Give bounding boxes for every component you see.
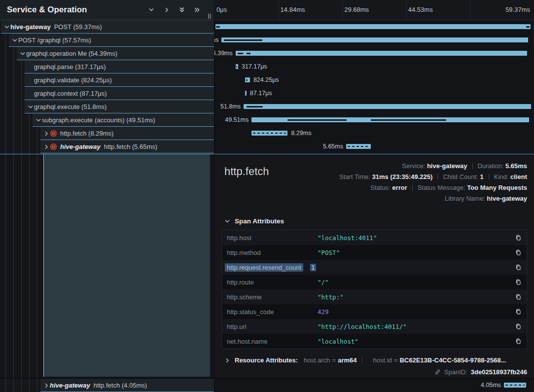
copy-button[interactable] <box>515 234 522 241</box>
self-time-mark <box>371 119 446 121</box>
duration-label: 4.05ms <box>481 382 501 389</box>
attribute-key: http.route <box>227 279 318 286</box>
chevron-right-icon[interactable] <box>164 7 170 13</box>
attribute-row: http.route"/" <box>222 275 527 289</box>
resource-attributes-label: Resource Attributes: <box>235 356 298 364</box>
copy-button[interactable] <box>515 338 522 345</box>
span-name: graphql.context (87.17μs) <box>34 90 107 97</box>
resource-attribute: host.arch=arm64 <box>304 356 356 364</box>
resource-attribute: host.id=BC62E13B-C4CC-5854-9788-2568... <box>373 356 506 364</box>
span-name: http.fetch (5.65ms) <box>104 143 157 150</box>
indent-guide <box>13 154 14 378</box>
link-icon[interactable] <box>434 369 441 375</box>
span-duration-bar[interactable] <box>215 24 531 29</box>
attribute-value: 1 <box>310 264 515 271</box>
tree-span-row[interactable]: POST /graphql (57.57ms) <box>0 34 214 47</box>
span-name: subgraph.execute (accounts) (49.51ms) <box>42 116 155 124</box>
chevron-right-icon[interactable] <box>42 383 50 389</box>
self-time-mark <box>246 79 248 81</box>
span-attributes-header[interactable]: Span Attributes <box>223 217 527 225</box>
self-time-mark <box>287 119 347 121</box>
timeline-span-row[interactable] <box>214 20 534 34</box>
tree-span-row[interactable]: hive-gatewayPOST (59.37ms) <box>0 20 214 34</box>
tree-span-row[interactable]: graphql.execute (51.8ms) <box>0 100 214 113</box>
attribute-key: http.scheme <box>227 293 318 301</box>
chevron-down-icon[interactable] <box>35 117 42 123</box>
timeline-span-row[interactable]: 8.29ms <box>214 127 534 140</box>
copy-button[interactable] <box>515 249 522 256</box>
panel-header: Service & Operation || <box>0 0 214 20</box>
span-meta-line: Status: errorStatus Message: Too Many Re… <box>339 182 527 193</box>
resource-key: host.arch <box>304 356 330 364</box>
timeline-span-row[interactable]: 824.25μs <box>214 73 534 87</box>
span-title: http.fetch <box>224 165 269 178</box>
tree-span-row[interactable]: graphql.parse (317.17μs) <box>0 60 214 73</box>
tree-span-row[interactable]: subgraph.execute (accounts) (49.51ms) <box>0 113 214 127</box>
timeline-span-row[interactable]: 317.17μs <box>214 60 534 73</box>
meta-value: hive-gateway <box>487 195 527 202</box>
timeline-header: 0μs14.84ms29.68ms44.53ms59.37ms <box>214 0 534 20</box>
copy-button[interactable] <box>515 264 522 271</box>
attribute-key: http.host <box>227 234 318 242</box>
timeline-span-row[interactable]: 54.39ms <box>214 47 534 60</box>
tree-span-row[interactable]: graphql.validate (824.25μs) <box>0 73 214 87</box>
copy-button[interactable] <box>515 323 522 330</box>
span-meta-line: Service: hive-gatewayDuration: 5.65ms <box>339 161 527 172</box>
meta-label: Library Name: <box>445 195 487 202</box>
tree-span-row[interactable]: hive-gatewayhttp.fetch (5.65ms) <box>0 140 214 153</box>
chevron-down-icon[interactable] <box>148 7 154 13</box>
span-detail-panel: http.fetch Service: hive-gatewayDuration… <box>214 154 534 378</box>
chevron-down-icon[interactable] <box>3 24 10 30</box>
span-duration-bar[interactable] <box>244 104 531 109</box>
chevron-down-icon[interactable] <box>27 104 34 110</box>
duration-label: 87.17μs <box>250 90 272 97</box>
panel-divider[interactable] <box>214 0 214 392</box>
timeline-bottom-row: 4.05ms <box>214 379 534 392</box>
tree-span-row[interactable]: http.fetch (8.29ms) <box>0 127 214 140</box>
span-duration-bar[interactable] <box>251 131 287 136</box>
timeline-span-row[interactable]: 51.8ms <box>214 100 534 113</box>
panel-resize-handle[interactable]: || <box>208 13 212 19</box>
attribute-key: http.method <box>227 249 318 256</box>
chevron-right-icon[interactable] <box>42 144 50 150</box>
chevron-down-icon[interactable] <box>19 51 26 57</box>
span-duration-bar[interactable] <box>221 37 528 42</box>
service-name: hive-gateway <box>10 23 51 31</box>
timeline-span-row[interactable]: 87.17μs <box>214 87 534 100</box>
duration-label: 49.51ms <box>225 116 249 123</box>
service-name: hive-gateway <box>60 143 101 150</box>
timeline-span-row[interactable]: 5.65ms <box>214 140 534 153</box>
resource-separator <box>362 357 362 363</box>
chevron-right-icon[interactable] <box>42 131 50 137</box>
attribute-key: http.status_code <box>227 308 318 316</box>
copy-button[interactable] <box>515 308 522 315</box>
chevron-down-icon[interactable] <box>11 37 18 43</box>
meta-value: error <box>392 184 407 191</box>
attribute-row: http.request.resend_count1 <box>222 260 527 275</box>
span-tree: hive-gatewayPOST (59.37ms)POST /graphql … <box>0 20 214 154</box>
span-meta: Service: hive-gatewayDuration: 5.65msSta… <box>339 161 527 204</box>
span-duration-bar[interactable] <box>346 144 371 149</box>
attribute-row: http.status_code429 <box>222 304 527 319</box>
timeline-span-row[interactable]: 4.05ms <box>214 379 534 392</box>
resource-attributes-row[interactable]: Resource Attributes: host.arch=arm64host… <box>223 356 527 364</box>
timeline-span-row[interactable]: 57.57ms <box>214 34 534 47</box>
resource-value: BC62E13B-C4CC-5854-9788-2568... <box>399 356 506 364</box>
tree-span-row[interactable]: hive-gatewayhttp.fetch (4.05ms) <box>0 379 214 392</box>
tree-span-row[interactable]: graphql.operation Me (54.39ms) <box>0 47 214 60</box>
copy-button[interactable] <box>515 279 522 285</box>
timeline-span-row[interactable]: 49.51ms <box>214 113 534 127</box>
tree-span-row[interactable]: graphql.context (87.17μs) <box>0 87 214 100</box>
span-attributes-label: Span Attributes <box>235 217 284 225</box>
double-chevron-down-icon[interactable] <box>179 7 185 13</box>
span-duration-bar[interactable] <box>504 383 526 388</box>
span-duration-bar[interactable] <box>245 91 247 96</box>
meta-label: Service: <box>402 162 427 170</box>
duration-label: 54.39ms <box>214 50 233 57</box>
copy-button[interactable] <box>515 293 522 300</box>
double-chevron-right-icon[interactable] <box>194 7 200 13</box>
meta-separator <box>437 174 438 180</box>
span-duration-bar[interactable] <box>236 51 527 56</box>
attribute-value: "localhost:4011" <box>318 234 515 242</box>
meta-label: Status Message: <box>418 184 467 191</box>
